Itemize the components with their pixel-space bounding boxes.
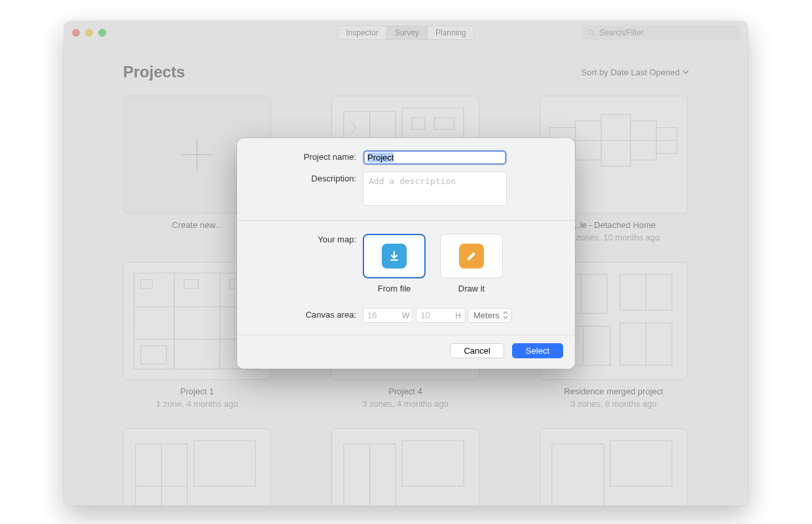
map-options: From file Draw it [363,234,557,293]
project-thumb[interactable] [540,428,688,506]
card-title: Create new... [172,220,223,230]
modal-section-name: Project name: Description: [237,138,575,221]
card-subtitle: 3 zones, 8 months ago [570,399,657,409]
floorplan-icon [129,434,265,506]
canvas-area-controls: W H Meters [363,308,557,323]
height-unit-label: H [455,311,461,320]
map-option-from-file[interactable]: From file [363,234,426,293]
chevron-down-icon [682,70,689,74]
window-minimize-button[interactable] [85,29,93,37]
project-card[interactable] [331,428,479,506]
project-thumb[interactable] [123,428,271,506]
sort-dropdown[interactable]: Sort by Date Last Opened [581,67,689,77]
pencil-icon [459,244,484,269]
card-title: Residence merged project [564,386,663,396]
search-field[interactable] [583,26,740,40]
map-option-draw-it[interactable]: Draw it [440,234,503,293]
svg-rect-46 [552,444,604,506]
sort-label-text: Sort by Date Last Opened [581,67,680,77]
svg-rect-44 [402,441,464,486]
svg-rect-47 [610,441,672,486]
card-title: Project 4 [388,386,422,396]
tab-survey[interactable]: Survey [387,26,428,39]
modal-section-map: Your map: From file [237,221,575,335]
project-name-label: Project name: [250,150,363,162]
select-button[interactable]: Select [512,343,563,358]
card-subtitle: 1 zone, 4 months ago [156,399,238,409]
units-value: Meters [473,310,500,320]
svg-point-0 [589,30,593,34]
window-maximize-button[interactable] [98,29,106,37]
new-project-dialog: Project name: Description: Your map: [237,138,575,369]
download-icon [382,244,407,269]
card-title: Project 1 [180,386,213,396]
description-label: Description: [250,172,363,183]
width-unit-label: W [402,311,409,320]
plus-icon [179,136,215,173]
svg-rect-24 [141,346,167,364]
description-input[interactable] [363,172,507,206]
window-close-button[interactable] [72,29,80,37]
modal-footer: Cancel Select [237,335,575,369]
page-title: Projects [123,63,185,81]
cancel-button[interactable]: Cancel [450,343,504,358]
search-icon [588,29,595,37]
canvas-units-select[interactable]: Meters [468,308,512,323]
titlebar: Inspector Survey Planning [64,21,748,45]
svg-rect-8 [412,118,425,130]
search-input[interactable] [599,28,735,37]
card-subtitle: 3 zones, 4 months ago [362,399,449,409]
project-name-input[interactable] [363,150,507,165]
stepper-icon [503,311,508,319]
map-option-label: Draw it [458,284,485,293]
map-option-label: From file [378,284,411,293]
tab-inspector[interactable]: Inspector [338,26,386,39]
svg-rect-21 [141,280,153,289]
project-card[interactable] [123,428,271,506]
floorplan-icon [337,434,473,506]
card-subtitle: …zones, 10 months ago [568,233,660,242]
mode-segmented-control: Inspector Survey Planning [337,26,474,40]
canvas-area-label: Canvas area: [250,308,363,320]
project-thumb[interactable] [331,428,479,506]
svg-rect-9 [435,118,454,130]
floorplan-icon [545,434,682,506]
tab-planning[interactable]: Planning [428,26,474,39]
header-row: Projects Sort by Date Last Opened [123,63,689,81]
svg-rect-40 [194,441,255,486]
project-card[interactable] [540,428,688,506]
svg-rect-22 [184,280,198,289]
card-title: …le - Detached Home [572,220,656,230]
svg-line-1 [593,33,595,35]
traffic-lights [72,29,106,37]
your-map-label: Your map: [250,233,363,244]
